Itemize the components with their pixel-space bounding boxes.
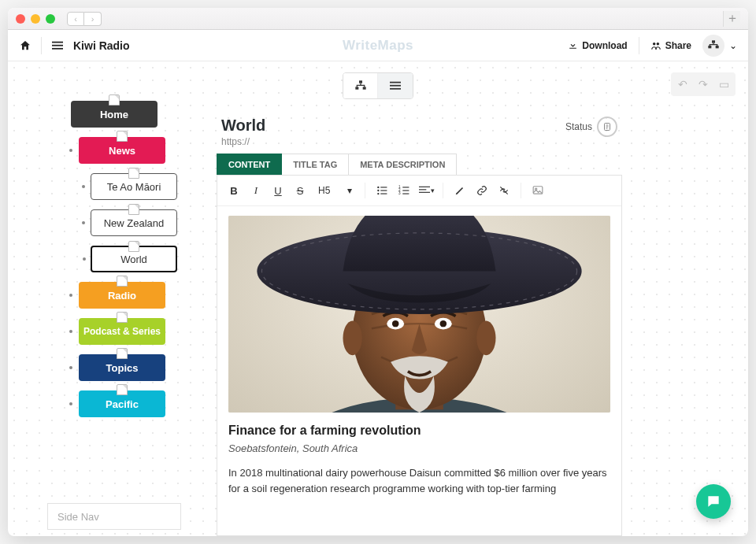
svg-point-15: [378, 187, 380, 188]
forward-button[interactable]: ›: [84, 12, 102, 26]
tab-meta-desc[interactable]: META DESCRIPTION: [349, 154, 457, 175]
view-tree-button[interactable]: [343, 73, 378, 98]
tab-title-tag[interactable]: TITLE TAG: [282, 154, 349, 175]
side-nav-card[interactable]: Side Nav: [47, 503, 181, 530]
page-title: World: [221, 117, 265, 135]
view-list-button[interactable]: [378, 73, 413, 98]
article-body: In 2018 multinational dairy powerhouse D…: [228, 465, 610, 496]
svg-rect-26: [403, 194, 410, 194]
svg-point-17: [378, 190, 380, 191]
maximize-window-button[interactable]: [46, 14, 55, 24]
editor-tabs: CONTENT TITLE TAG META DESCRIPTION: [217, 154, 622, 175]
link-button[interactable]: [472, 180, 492, 201]
node-label: Pacific: [106, 398, 139, 410]
doc-icon: [117, 384, 128, 395]
doc-icon: [109, 94, 120, 105]
status-label: Status: [565, 121, 592, 132]
download-button[interactable]: Download: [568, 40, 627, 51]
page-url[interactable]: https://: [221, 136, 265, 147]
node-podcast[interactable]: Podcast & Series: [79, 318, 165, 345]
share-button[interactable]: Share: [650, 40, 691, 51]
doc-icon: [117, 131, 128, 142]
home-icon[interactable]: [19, 39, 32, 52]
window-titlebar: ‹ › ＋: [8, 8, 748, 30]
svg-rect-9: [355, 87, 358, 89]
edit-button[interactable]: [450, 180, 470, 201]
ordered-list-button[interactable]: 123: [394, 180, 414, 201]
svg-rect-27: [419, 187, 430, 187]
article-location: Soebatsfontein, South Africa: [228, 442, 610, 454]
svg-rect-29: [419, 192, 430, 193]
svg-rect-11: [390, 82, 401, 83]
side-nav-label: Side Nav: [57, 511, 99, 523]
align-button[interactable]: ▾: [416, 180, 436, 201]
doc-icon: [128, 168, 139, 179]
history-toolbar: ↶ ↷ ▭: [671, 72, 736, 96]
svg-rect-8: [359, 80, 362, 83]
unlink-button[interactable]: [494, 180, 514, 201]
svg-point-39: [343, 320, 362, 355]
download-label: Download: [582, 40, 627, 51]
node-topics[interactable]: Topics: [79, 354, 165, 381]
undo-button[interactable]: ↶: [673, 74, 693, 94]
image-button[interactable]: [528, 180, 548, 201]
format-toolbar: B I U S H5 ▾ 123 ▾: [217, 176, 621, 206]
editor-body[interactable]: Finance for a farming revolution Soebats…: [217, 206, 621, 496]
redo-button[interactable]: ↷: [693, 74, 713, 94]
svg-rect-24: [403, 190, 410, 191]
nav-arrows: ‹ ›: [67, 12, 102, 26]
node-world[interactable]: World: [91, 246, 177, 272]
app-brand: WriteMaps: [343, 38, 413, 54]
node-home[interactable]: Home: [71, 101, 158, 128]
svg-rect-22: [403, 187, 410, 187]
article-headline: Finance for a farming revolution: [228, 424, 610, 438]
node-label: World: [120, 253, 147, 265]
node-teao[interactable]: Te Ao Māori: [91, 173, 177, 200]
chevron-down-icon: ⌄: [729, 40, 737, 51]
node-label: News: [109, 145, 135, 157]
svg-point-37: [392, 320, 398, 327]
svg-rect-2: [52, 47, 63, 49]
svg-rect-16: [381, 187, 387, 187]
view-toggle: [343, 72, 413, 99]
svg-rect-13: [390, 88, 401, 90]
card-view-button[interactable]: ▭: [713, 74, 734, 94]
bold-button[interactable]: B: [224, 180, 244, 201]
app-topbar: Kiwi Radio WriteMaps Download Share ⌄: [8, 30, 748, 61]
italic-button[interactable]: I: [246, 180, 266, 201]
page-status[interactable]: Status: [565, 117, 617, 137]
back-button[interactable]: ‹: [67, 12, 84, 26]
minimize-window-button[interactable]: [31, 14, 40, 24]
node-label: Podcast & Series: [83, 326, 161, 337]
menu-icon[interactable]: [51, 40, 64, 51]
node-label: Topics: [106, 362, 139, 374]
sitemap-tree: Home News Te Ao Māori New Zealand World …: [47, 101, 181, 427]
svg-point-3: [653, 42, 656, 45]
tab-content[interactable]: CONTENT: [217, 154, 282, 175]
user-menu[interactable]: ⌄: [702, 35, 737, 57]
node-label: New Zealand: [104, 217, 165, 229]
canvas: ↶ ↷ ▭ Home News Te Ao Māori New Zealand …: [8, 61, 748, 536]
bullet-list-button[interactable]: [372, 180, 392, 201]
new-tab-button[interactable]: ＋: [723, 11, 740, 27]
svg-rect-18: [381, 190, 387, 191]
underline-button[interactable]: U: [268, 180, 288, 201]
heading-select[interactable]: H5 ▾: [312, 180, 358, 201]
doc-icon: [117, 348, 128, 359]
node-nz[interactable]: New Zealand: [91, 209, 177, 236]
strike-button[interactable]: S: [290, 180, 310, 201]
chevron-down-icon: ▾: [347, 185, 352, 196]
svg-rect-5: [712, 40, 715, 43]
status-icon: [597, 117, 617, 137]
node-radio[interactable]: Radio: [79, 282, 165, 309]
node-news[interactable]: News: [79, 137, 165, 164]
editor-panel: B I U S H5 ▾ 123 ▾: [217, 175, 622, 536]
svg-text:3: 3: [398, 191, 401, 195]
chat-fab[interactable]: [696, 484, 731, 519]
svg-point-4: [656, 42, 659, 45]
browser-window: ‹ › ＋ Kiwi Radio WriteMaps Download: [8, 8, 748, 536]
node-pacific[interactable]: Pacific: [79, 390, 165, 417]
close-window-button[interactable]: [16, 14, 25, 24]
node-label: Te Ao Māori: [107, 181, 161, 193]
doc-icon: [117, 276, 128, 287]
